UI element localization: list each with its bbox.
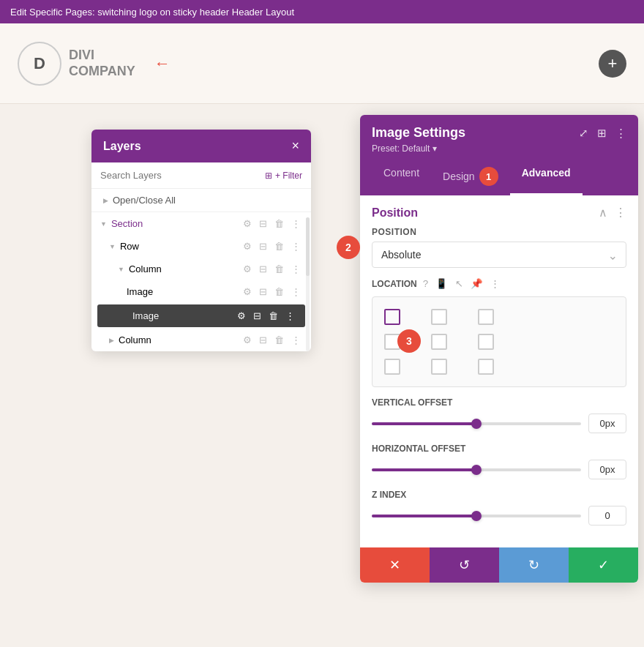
- settings-icon[interactable]: ⚙: [242, 240, 253, 253]
- settings-title-row: Image Settings ⤢ ⊞ ⋮: [372, 125, 626, 141]
- filter-icon: ⊞: [265, 171, 272, 181]
- grid-icon[interactable]: ⊞: [597, 127, 607, 140]
- vertical-offset-fill: [372, 422, 476, 425]
- settings-title-icons: ⤢ ⊞ ⋮: [579, 127, 626, 140]
- more-icon[interactable]: ⋮: [290, 240, 302, 253]
- search-input[interactable]: [100, 170, 259, 181]
- more-options-icon[interactable]: ⋮: [615, 127, 626, 140]
- step-1-badge: 1: [479, 167, 498, 186]
- layer-icons: ⚙ ⊟ 🗑 ⋮: [242, 217, 302, 230]
- toggle-icon: ▼: [100, 220, 107, 228]
- collapse-icon[interactable]: ∧: [599, 206, 607, 220]
- layer-column2-name: Column: [119, 334, 239, 345]
- duplicate-icon[interactable]: ⊟: [258, 263, 269, 275]
- vertical-offset-label: Vertical Offset: [372, 397, 626, 408]
- tab-content[interactable]: Content: [372, 160, 431, 195]
- z-index-fill: [372, 515, 476, 517]
- vertical-offset-row: [372, 414, 626, 433]
- list-item[interactable]: ▶ Column ⚙ ⊟ 🗑 ⋮: [91, 329, 311, 351]
- device-icon[interactable]: 📱: [435, 278, 448, 289]
- save-button[interactable]: ✓: [569, 547, 638, 583]
- arrow-right-icon: ←: [154, 54, 171, 73]
- duplicate-icon[interactable]: ⊟: [258, 285, 269, 298]
- delete-icon[interactable]: 🗑: [273, 334, 285, 346]
- layers-scroll[interactable]: ▼ Section ⚙ ⊟ 🗑 ⋮ ▼ Row ⚙ ⊟ 🗑 ⋮: [91, 212, 311, 351]
- layers-close-button[interactable]: ×: [291, 138, 299, 154]
- layers-search-bar: ⊞ + Filter: [91, 162, 311, 189]
- settings-icon[interactable]: ⚙: [242, 217, 253, 230]
- settings-icon[interactable]: ⚙: [242, 285, 253, 298]
- vertical-offset-section: Vertical Offset: [372, 397, 626, 433]
- dots-icon[interactable]: ⋮: [490, 278, 500, 289]
- toggle-icon: ▼: [109, 243, 116, 250]
- grid-cell-top-left[interactable]: [384, 309, 400, 325]
- action-bar: ✕ ↺ ↻ ✓: [360, 547, 638, 583]
- horizontal-offset-thumb: [471, 465, 482, 475]
- add-button[interactable]: +: [599, 50, 626, 78]
- tab-advanced[interactable]: Advanced: [510, 160, 583, 195]
- horizontal-offset-input[interactable]: [588, 460, 626, 479]
- grid-cell-bottom-right[interactable]: [478, 359, 494, 375]
- logo-letter: D: [34, 54, 45, 73]
- list-item[interactable]: ▼ Column ⚙ ⊟ 🗑 ⋮: [91, 258, 311, 280]
- layer-image-active-name: Image: [132, 310, 233, 321]
- more-icon[interactable]: ⋮: [290, 217, 302, 230]
- more-icon[interactable]: ⋮: [290, 263, 302, 275]
- z-index-input[interactable]: [588, 506, 626, 526]
- list-item[interactable]: ▼ Row ⚙ ⊟ 🗑 ⋮: [91, 235, 311, 258]
- redo-icon: ↻: [528, 557, 539, 573]
- settings-icon[interactable]: ⚙: [242, 263, 253, 275]
- open-close-all[interactable]: Open/Close All: [91, 189, 311, 212]
- settings-header: Image Settings ⤢ ⊞ ⋮ Preset: Default ▾ C…: [360, 115, 638, 195]
- expand-icon[interactable]: ⤢: [579, 127, 588, 140]
- grid-cell-bottom-left[interactable]: [384, 359, 400, 375]
- duplicate-icon[interactable]: ⊟: [258, 334, 269, 346]
- vertical-offset-input[interactable]: [588, 414, 626, 433]
- canvas-area: D DIVICOMPANY ← + 2 3 Layers × ⊞ + Filte…: [0, 23, 644, 647]
- pin-icon[interactable]: 📌: [471, 278, 483, 289]
- delete-icon[interactable]: 🗑: [273, 285, 285, 298]
- section-more-icon[interactable]: ⋮: [615, 206, 626, 220]
- redo-button[interactable]: ↻: [499, 547, 569, 583]
- settings-icon[interactable]: ⚙: [242, 334, 253, 346]
- grid-cell-middle-center[interactable]: [431, 334, 447, 350]
- grid-cell-top-center[interactable]: [431, 309, 447, 325]
- grid-cell-middle-right[interactable]: [478, 334, 494, 350]
- list-item[interactable]: ▼ Section ⚙ ⊟ 🗑 ⋮: [91, 212, 311, 235]
- undo-button[interactable]: ↺: [430, 547, 499, 583]
- grid-cell-bottom-center[interactable]: [431, 359, 447, 375]
- delete-icon[interactable]: 🗑: [273, 240, 285, 253]
- horizontal-offset-section: Horizontal Offset: [372, 444, 626, 479]
- delete-icon[interactable]: 🗑: [273, 217, 285, 230]
- more-icon[interactable]: ⋮: [290, 334, 302, 346]
- logo-text: DIVICOMPANY: [69, 48, 135, 79]
- logo-area: D DIVICOMPANY ←: [18, 42, 171, 86]
- layer-image-name: Image: [127, 286, 239, 297]
- cursor-icon[interactable]: ↖: [455, 278, 463, 289]
- duplicate-icon[interactable]: ⊟: [252, 310, 263, 322]
- duplicate-icon[interactable]: ⊟: [258, 217, 269, 230]
- horizontal-offset-track: [372, 468, 581, 471]
- layer-row-name: Row: [120, 241, 239, 252]
- list-item[interactable]: Image ⚙ ⊟ 🗑 ⋮: [91, 280, 311, 303]
- z-index-row: [372, 506, 626, 526]
- filter-button[interactable]: ⊞ + Filter: [265, 171, 302, 181]
- list-item[interactable]: Image ⚙ ⊟ 🗑 ⋮: [97, 304, 305, 327]
- more-icon[interactable]: ⋮: [284, 310, 296, 322]
- delete-icon[interactable]: 🗑: [267, 310, 280, 322]
- duplicate-icon[interactable]: ⊟: [258, 240, 269, 253]
- cancel-button[interactable]: ✕: [360, 547, 430, 583]
- more-icon[interactable]: ⋮: [290, 285, 302, 298]
- z-index-label: Z Index: [372, 490, 626, 500]
- layers-title: Layers: [103, 140, 141, 153]
- tab-design[interactable]: Design 1: [431, 160, 510, 195]
- plus-icon: +: [608, 54, 618, 73]
- z-index-section: Z Index: [372, 490, 626, 526]
- position-select[interactable]: Default Absolute Fixed Relative: [372, 242, 626, 268]
- grid-cell-top-right[interactable]: [478, 309, 494, 325]
- settings-icon[interactable]: ⚙: [236, 310, 247, 322]
- toggle-icon: ▶: [109, 337, 114, 344]
- help-icon[interactable]: ?: [423, 278, 428, 289]
- layer-icons: ⚙ ⊟ 🗑 ⋮: [242, 334, 302, 346]
- delete-icon[interactable]: 🗑: [273, 263, 285, 275]
